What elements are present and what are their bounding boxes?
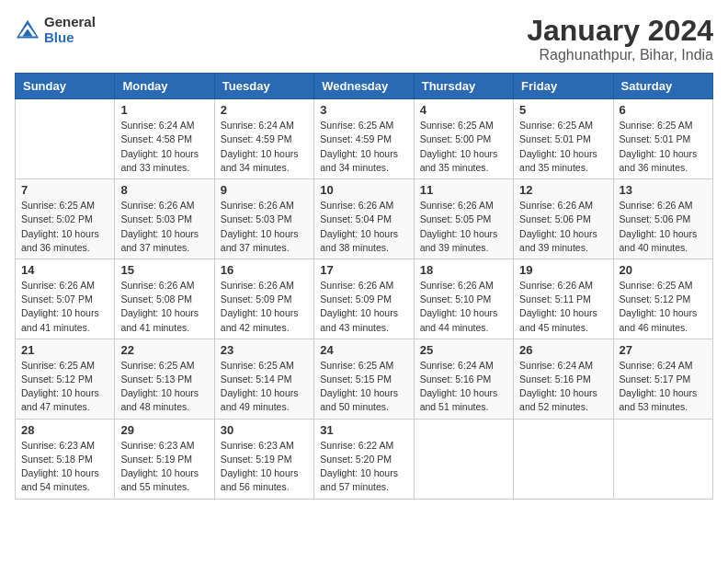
logo-text: General Blue <box>44 15 96 45</box>
calendar-cell <box>613 419 712 499</box>
day-info: Sunrise: 6:25 AM Sunset: 5:15 PM Dayligh… <box>320 359 407 415</box>
location: Raghunathpur, Bihar, India <box>527 47 713 63</box>
day-number: 6 <box>620 103 707 117</box>
day-info: Sunrise: 6:24 AM Sunset: 5:16 PM Dayligh… <box>420 359 507 415</box>
day-number: 7 <box>21 183 108 197</box>
calendar-cell: 4Sunrise: 6:25 AM Sunset: 5:00 PM Daylig… <box>414 99 513 179</box>
day-number: 22 <box>120 343 208 357</box>
page-header: General Blue January 2024 Raghunathpur, … <box>15 15 713 63</box>
day-info: Sunrise: 6:25 AM Sunset: 5:12 PM Dayligh… <box>620 279 707 335</box>
day-number: 11 <box>420 183 507 197</box>
day-info: Sunrise: 6:25 AM Sunset: 5:01 PM Dayligh… <box>519 119 607 175</box>
day-info: Sunrise: 6:25 AM Sunset: 5:00 PM Dayligh… <box>420 119 507 175</box>
calendar-cell: 11Sunrise: 6:26 AM Sunset: 5:05 PM Dayli… <box>414 179 513 259</box>
day-info: Sunrise: 6:26 AM Sunset: 5:10 PM Dayligh… <box>420 279 507 335</box>
calendar-cell: 2Sunrise: 6:24 AM Sunset: 4:59 PM Daylig… <box>214 99 313 179</box>
col-header-sunday: Sunday <box>16 74 115 99</box>
calendar-week-row: 21Sunrise: 6:25 AM Sunset: 5:12 PM Dayli… <box>16 339 713 419</box>
day-number: 20 <box>620 263 707 277</box>
calendar-table: SundayMondayTuesdayWednesdayThursdayFrid… <box>15 73 713 499</box>
day-info: Sunrise: 6:25 AM Sunset: 5:01 PM Dayligh… <box>620 119 707 175</box>
calendar-cell: 17Sunrise: 6:26 AM Sunset: 5:09 PM Dayli… <box>314 259 414 339</box>
day-number: 28 <box>21 423 108 437</box>
day-info: Sunrise: 6:26 AM Sunset: 5:03 PM Dayligh… <box>221 199 308 255</box>
day-info: Sunrise: 6:23 AM Sunset: 5:19 PM Dayligh… <box>221 439 308 495</box>
calendar-cell: 27Sunrise: 6:24 AM Sunset: 5:17 PM Dayli… <box>613 339 712 419</box>
day-info: Sunrise: 6:24 AM Sunset: 5:17 PM Dayligh… <box>620 359 707 415</box>
day-info: Sunrise: 6:26 AM Sunset: 5:09 PM Dayligh… <box>320 279 407 335</box>
calendar-week-row: 14Sunrise: 6:26 AM Sunset: 5:07 PM Dayli… <box>16 259 713 339</box>
calendar-cell: 10Sunrise: 6:26 AM Sunset: 5:04 PM Dayli… <box>314 179 414 259</box>
day-number: 14 <box>21 263 108 277</box>
day-info: Sunrise: 6:26 AM Sunset: 5:03 PM Dayligh… <box>120 199 208 255</box>
day-number: 17 <box>320 263 407 277</box>
calendar-cell: 16Sunrise: 6:26 AM Sunset: 5:09 PM Dayli… <box>214 259 313 339</box>
day-number: 10 <box>320 183 407 197</box>
calendar-cell: 7Sunrise: 6:25 AM Sunset: 5:02 PM Daylig… <box>16 179 115 259</box>
day-info: Sunrise: 6:23 AM Sunset: 5:19 PM Dayligh… <box>120 439 208 495</box>
day-info: Sunrise: 6:26 AM Sunset: 5:09 PM Dayligh… <box>221 279 308 335</box>
day-info: Sunrise: 6:26 AM Sunset: 5:11 PM Dayligh… <box>519 279 607 335</box>
day-number: 4 <box>420 103 507 117</box>
day-number: 21 <box>21 343 108 357</box>
day-info: Sunrise: 6:26 AM Sunset: 5:04 PM Dayligh… <box>320 199 407 255</box>
day-info: Sunrise: 6:26 AM Sunset: 5:07 PM Dayligh… <box>21 279 108 335</box>
calendar-cell <box>16 99 115 179</box>
calendar-cell: 26Sunrise: 6:24 AM Sunset: 5:16 PM Dayli… <box>514 339 613 419</box>
day-info: Sunrise: 6:25 AM Sunset: 5:14 PM Dayligh… <box>221 359 308 415</box>
calendar-cell: 24Sunrise: 6:25 AM Sunset: 5:15 PM Dayli… <box>314 339 414 419</box>
calendar-cell: 31Sunrise: 6:22 AM Sunset: 5:20 PM Dayli… <box>314 419 414 499</box>
calendar-cell: 29Sunrise: 6:23 AM Sunset: 5:19 PM Dayli… <box>115 419 214 499</box>
day-info: Sunrise: 6:23 AM Sunset: 5:18 PM Dayligh… <box>21 439 108 495</box>
calendar-cell <box>414 419 513 499</box>
day-info: Sunrise: 6:25 AM Sunset: 4:59 PM Dayligh… <box>320 119 407 175</box>
day-info: Sunrise: 6:25 AM Sunset: 5:13 PM Dayligh… <box>120 359 208 415</box>
calendar-cell: 20Sunrise: 6:25 AM Sunset: 5:12 PM Dayli… <box>613 259 712 339</box>
calendar-cell: 18Sunrise: 6:26 AM Sunset: 5:10 PM Dayli… <box>414 259 513 339</box>
calendar-cell: 9Sunrise: 6:26 AM Sunset: 5:03 PM Daylig… <box>214 179 313 259</box>
calendar-week-row: 28Sunrise: 6:23 AM Sunset: 5:18 PM Dayli… <box>16 419 713 499</box>
calendar-cell: 21Sunrise: 6:25 AM Sunset: 5:12 PM Dayli… <box>16 339 115 419</box>
day-number: 31 <box>320 423 407 437</box>
day-info: Sunrise: 6:24 AM Sunset: 4:59 PM Dayligh… <box>221 119 308 175</box>
day-number: 1 <box>120 103 208 117</box>
day-info: Sunrise: 6:26 AM Sunset: 5:05 PM Dayligh… <box>420 199 507 255</box>
calendar-cell: 5Sunrise: 6:25 AM Sunset: 5:01 PM Daylig… <box>514 99 613 179</box>
day-info: Sunrise: 6:26 AM Sunset: 5:06 PM Dayligh… <box>519 199 607 255</box>
calendar-cell: 1Sunrise: 6:24 AM Sunset: 4:58 PM Daylig… <box>115 99 214 179</box>
day-number: 29 <box>120 423 208 437</box>
calendar-cell <box>514 419 613 499</box>
col-header-thursday: Thursday <box>414 74 513 99</box>
day-number: 8 <box>120 183 208 197</box>
day-number: 9 <box>221 183 308 197</box>
logo: General Blue <box>15 15 96 45</box>
calendar-cell: 12Sunrise: 6:26 AM Sunset: 5:06 PM Dayli… <box>514 179 613 259</box>
day-number: 13 <box>620 183 707 197</box>
col-header-tuesday: Tuesday <box>214 74 313 99</box>
day-info: Sunrise: 6:24 AM Sunset: 4:58 PM Dayligh… <box>120 119 208 175</box>
day-number: 16 <box>221 263 308 277</box>
calendar-cell: 15Sunrise: 6:26 AM Sunset: 5:08 PM Dayli… <box>115 259 214 339</box>
day-info: Sunrise: 6:24 AM Sunset: 5:16 PM Dayligh… <box>519 359 607 415</box>
col-header-monday: Monday <box>115 74 214 99</box>
col-header-wednesday: Wednesday <box>314 74 414 99</box>
day-number: 18 <box>420 263 507 277</box>
day-number: 2 <box>221 103 308 117</box>
col-header-saturday: Saturday <box>613 74 712 99</box>
day-number: 27 <box>620 343 707 357</box>
calendar-cell: 13Sunrise: 6:26 AM Sunset: 5:06 PM Dayli… <box>613 179 712 259</box>
col-header-friday: Friday <box>514 74 613 99</box>
calendar-week-row: 1Sunrise: 6:24 AM Sunset: 4:58 PM Daylig… <box>16 99 713 179</box>
calendar-week-row: 7Sunrise: 6:25 AM Sunset: 5:02 PM Daylig… <box>16 179 713 259</box>
calendar-cell: 19Sunrise: 6:26 AM Sunset: 5:11 PM Dayli… <box>514 259 613 339</box>
day-number: 23 <box>221 343 308 357</box>
day-info: Sunrise: 6:25 AM Sunset: 5:12 PM Dayligh… <box>21 359 108 415</box>
day-number: 26 <box>519 343 607 357</box>
logo-icon <box>15 17 40 43</box>
logo-general-text: General <box>44 14 96 29</box>
day-number: 3 <box>320 103 407 117</box>
calendar-cell: 8Sunrise: 6:26 AM Sunset: 5:03 PM Daylig… <box>115 179 214 259</box>
logo-blue-text: Blue <box>44 29 74 45</box>
day-info: Sunrise: 6:22 AM Sunset: 5:20 PM Dayligh… <box>320 439 407 495</box>
day-number: 12 <box>519 183 607 197</box>
